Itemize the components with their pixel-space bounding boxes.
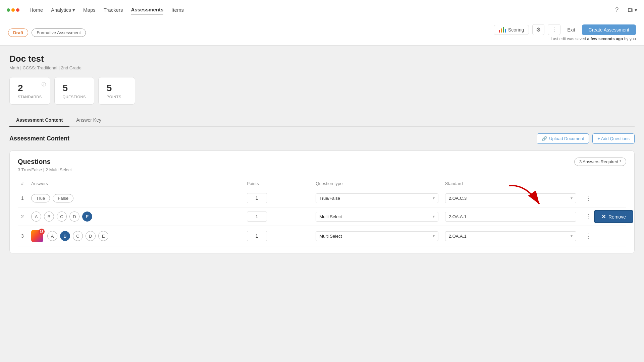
row-number: 1	[18, 189, 28, 207]
standard-cell: 2.OA.A.1▾	[442, 226, 580, 246]
standard-select[interactable]: 2.OA.A.1▾	[445, 231, 576, 241]
nav-home[interactable]: Home	[30, 6, 43, 14]
answers-cell: 33ABCDE	[28, 226, 244, 246]
answer-pill[interactable]: True	[31, 194, 50, 202]
scoring-button[interactable]: Scoring	[494, 25, 529, 35]
answer-circle[interactable]: D	[86, 231, 96, 241]
answer-circle[interactable]: A	[31, 212, 41, 222]
answer-circle[interactable]: B	[60, 231, 70, 241]
more-actions-button[interactable]: ⋮	[583, 212, 594, 222]
stat-points: 5 POINTS	[98, 77, 135, 105]
add-questions-button[interactable]: + Add Questions	[592, 133, 635, 144]
points-cell	[244, 189, 313, 207]
points-input[interactable]	[247, 193, 267, 203]
link-icon: 🔗	[542, 136, 547, 141]
more-actions-button[interactable]: ⋮	[583, 193, 594, 203]
toolbar: Draft Formative Assessment Scoring ⚙ ⋮ E…	[0, 20, 644, 46]
questions-table: # Answers Points Question type Standard …	[18, 178, 626, 246]
answers-required-badge: 3 Answers Required *	[574, 158, 626, 166]
answer-circle[interactable]: E	[98, 231, 108, 241]
questions-card: Questions 3 Answers Required * 3 True/Fa…	[9, 150, 635, 253]
answers-cell: ABCDE	[28, 207, 244, 226]
chevron-down-icon: ▾	[635, 7, 637, 13]
settings-button[interactable]: ⚙	[532, 24, 544, 35]
content-title: Assessment Content	[9, 135, 69, 142]
nav-right: ? Eli ▾	[611, 5, 637, 15]
create-assessment-button[interactable]: Create Assessment	[582, 24, 636, 35]
app-logo	[7, 8, 19, 12]
answer-circle[interactable]: A	[47, 231, 57, 241]
question-type-select[interactable]: Multi Select▾	[316, 231, 438, 241]
toolbar-right: Scoring ⚙ ⋮ Exit Create Assessment	[494, 24, 636, 35]
table-row: 333ABCDEMulti Select▾2.OA.A.1▾⋮	[18, 226, 626, 246]
answer-circle[interactable]: D	[69, 212, 79, 222]
table-row: 1TrueFalseTrue/False▾2.OA.C.3▾⋮	[18, 189, 626, 207]
content-header: Assessment Content 🔗 Upload Document + A…	[9, 133, 635, 144]
nav-items[interactable]: Items	[171, 6, 184, 14]
stats-row: ⓘ 2 STANDARDS 5 QUESTIONS 5 POINTS	[9, 77, 635, 105]
col-hash: #	[18, 178, 28, 189]
chevron-down-icon: ▾	[72, 7, 75, 13]
more-cell: ⋮	[580, 226, 626, 246]
tabs: Assessment Content Answer Key	[9, 114, 635, 127]
points-input[interactable]	[247, 231, 267, 241]
nav-maps[interactable]: Maps	[83, 6, 96, 14]
table-header: # Answers Points Question type Standard	[18, 178, 626, 189]
standard-select[interactable]: 2.OA.A.1	[445, 212, 576, 222]
row-logo: 33	[31, 230, 43, 242]
exit-button[interactable]: Exit	[564, 25, 578, 35]
chevron-down-icon: ▾	[433, 214, 435, 219]
questions-subtitle: 3 True/False | 2 Multi Select	[18, 167, 626, 172]
nav-trackers[interactable]: Trackers	[104, 6, 123, 14]
points-cell	[244, 207, 313, 226]
main-content: Doc test Math | CCSS: Traditional | 2nd …	[0, 46, 644, 261]
doc-meta: Math | CCSS: Traditional | 2nd Grade	[9, 65, 635, 70]
questions-body: 1TrueFalseTrue/False▾2.OA.C.3▾⋮2ABCDEMul…	[18, 189, 626, 246]
col-answers: Answers	[28, 178, 244, 189]
chevron-down-icon: ▾	[433, 196, 435, 200]
answer-pill[interactable]: False	[53, 194, 73, 202]
tab-answer-key[interactable]: Answer Key	[69, 114, 108, 127]
doc-title: Doc test	[9, 54, 635, 64]
answer-circle[interactable]: C	[73, 231, 83, 241]
user-menu[interactable]: Eli ▾	[628, 7, 637, 13]
row-number: 3	[18, 226, 28, 246]
more-actions-button[interactable]: ⋮	[583, 231, 594, 241]
stat-standards: ⓘ 2 STANDARDS	[9, 77, 50, 105]
tab-assessment-content[interactable]: Assessment Content	[9, 114, 69, 127]
col-standard: Standard	[442, 178, 580, 189]
help-button[interactable]: ?	[611, 5, 622, 15]
remove-button[interactable]: ✕Remove	[594, 210, 633, 223]
nav-assessments[interactable]: Assessments	[131, 5, 164, 14]
draft-badge: Draft	[8, 28, 28, 37]
question-type-select[interactable]: Multi Select▾	[316, 212, 438, 222]
standard-select[interactable]: 2.OA.C.3▾	[445, 193, 576, 203]
nav-analytics[interactable]: Analytics ▾	[51, 7, 75, 13]
chevron-down-icon: ▾	[571, 196, 573, 200]
answer-circle[interactable]: B	[44, 212, 54, 222]
toolbar-right-wrapper: Scoring ⚙ ⋮ Exit Create Assessment Last …	[494, 24, 636, 41]
stat-questions: 5 QUESTIONS	[54, 77, 94, 105]
standards-label: STANDARDS	[18, 95, 42, 99]
info-icon[interactable]: ⓘ	[42, 81, 46, 87]
questions-label: QUESTIONS	[63, 95, 86, 99]
standard-cell: 2.OA.C.3▾	[442, 189, 580, 207]
chevron-down-icon: ▾	[571, 234, 573, 238]
upload-document-button[interactable]: 🔗 Upload Document	[537, 133, 589, 144]
question-type-select[interactable]: True/False▾	[316, 193, 438, 203]
content-actions: 🔗 Upload Document + Add Questions	[537, 133, 635, 144]
col-points: Points	[244, 178, 313, 189]
question-type-cell: True/False▾	[312, 189, 442, 207]
questions-count: 5	[63, 83, 86, 94]
more-cell: ⋮	[580, 189, 626, 207]
standard-cell: 2.OA.A.1 ✕Remove	[442, 207, 580, 226]
answer-circle[interactable]: E	[82, 212, 92, 222]
questions-header: Questions 3 Answers Required *	[18, 158, 626, 166]
questions-title: Questions	[18, 158, 51, 166]
more-options-button[interactable]: ⋮	[548, 24, 560, 35]
points-input[interactable]	[247, 212, 267, 222]
answer-circle[interactable]: C	[57, 212, 67, 222]
col-question-type: Question type	[312, 178, 442, 189]
navigation: Home Analytics ▾ Maps Trackers Assessmen…	[0, 0, 644, 20]
standards-count: 2	[18, 83, 42, 94]
